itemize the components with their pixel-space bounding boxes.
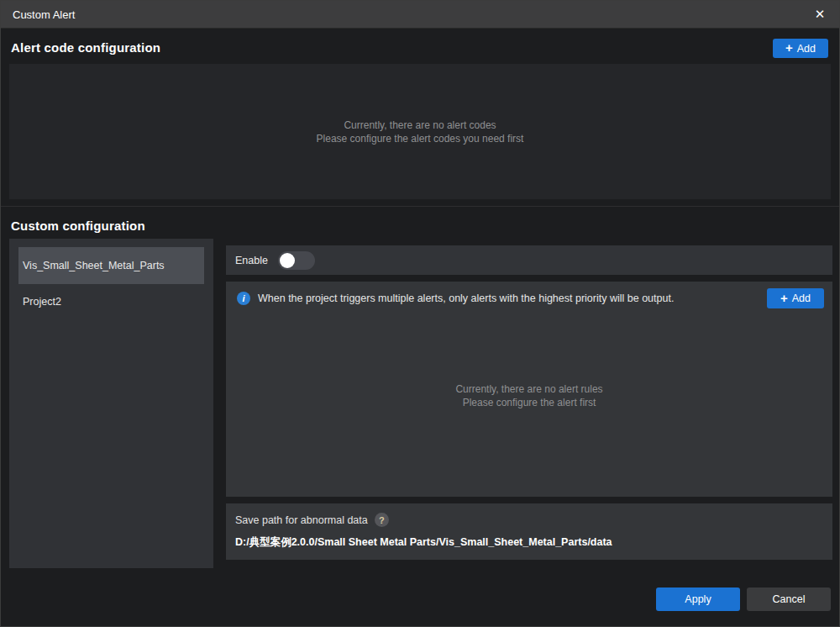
project-item-label: Project2 (23, 296, 61, 308)
add-alert-rule-button[interactable]: + Add (767, 288, 824, 308)
info-message: When the project triggers multiple alert… (258, 292, 759, 304)
enable-label: Enable (235, 255, 268, 266)
custom-section-title: Custom configuration (11, 219, 145, 233)
alert-rules-empty-state: Currently, there are no alert rules Plea… (226, 382, 832, 409)
cancel-label: Cancel (773, 593, 806, 605)
enable-toggle[interactable] (278, 251, 315, 270)
project-item-label: Vis_Small_Sheet_Metal_Parts (23, 260, 165, 271)
alert-code-section-title: Alert code configuration (11, 40, 160, 55)
info-row: i When the project triggers multiple ale… (226, 282, 832, 308)
alert-rules-panel: i When the project triggers multiple ale… (226, 282, 832, 497)
sidebar-item-project2[interactable]: Project2 (18, 289, 204, 314)
section-divider (1, 206, 839, 207)
enable-row: Enable (226, 245, 832, 275)
cancel-button[interactable]: Cancel (747, 587, 831, 611)
save-path-value: D:/典型案例2.0.0/Small Sheet Metal Parts/Vis… (235, 535, 832, 550)
plus-icon: + (780, 291, 788, 305)
title-bar: Custom Alert ✕ (1, 1, 839, 29)
alert-rules-empty-line1: Currently, there are no alert rules (455, 382, 602, 396)
alert-rules-empty-line2: Please configure the alert first (463, 396, 596, 409)
apply-button[interactable]: Apply (656, 587, 740, 611)
add-alert-code-label: Add (797, 43, 816, 55)
window-title: Custom Alert (13, 8, 75, 21)
plus-icon: + (785, 40, 793, 55)
toggle-knob (280, 253, 295, 268)
add-alert-code-button[interactable]: + Add (773, 39, 828, 58)
close-icon[interactable]: ✕ (806, 1, 834, 28)
alert-codes-empty-line2: Please configure the alert codes you nee… (317, 132, 524, 145)
custom-alert-dialog: Custom Alert ✕ Alert code configuration … (0, 0, 840, 627)
save-path-label: Save path for abnormal data (235, 514, 368, 526)
info-icon: i (237, 292, 250, 305)
save-path-panel: Save path for abnormal data ? D:/典型案例2.0… (226, 503, 832, 560)
apply-label: Apply (685, 593, 711, 605)
add-alert-rule-label: Add (792, 292, 811, 304)
alert-codes-empty-panel: Currently, there are no alert codes Plea… (9, 64, 831, 199)
sidebar-item-vis-small-sheet-metal-parts[interactable]: Vis_Small_Sheet_Metal_Parts (18, 247, 204, 284)
project-list: Vis_Small_Sheet_Metal_Parts Project2 (9, 239, 213, 568)
help-icon[interactable]: ? (375, 513, 389, 527)
alert-codes-empty-line1: Currently, there are no alert codes (344, 119, 496, 132)
